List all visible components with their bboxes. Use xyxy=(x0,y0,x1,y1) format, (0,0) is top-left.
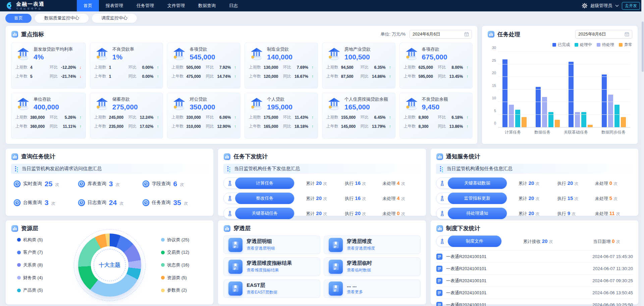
penetration-card-link[interactable]: 查看维度指标结果 xyxy=(247,267,292,273)
penetration-card[interactable]: ... ... 查看更多 xyxy=(324,279,421,298)
go-develop-button[interactable]: 去开发 xyxy=(622,2,640,10)
bookmark-icon xyxy=(331,241,340,249)
total-stat: 累计20次 xyxy=(306,180,345,187)
pill-label[interactable]: 计算任务 xyxy=(235,177,294,189)
nav-item-任务管理[interactable]: 任务管理 xyxy=(130,0,161,11)
gridline xyxy=(498,64,630,64)
policy-file-row[interactable]: 一表通R2024100101 2024-06-06 13:50:45 xyxy=(436,287,633,299)
query-count: 3 xyxy=(45,199,49,207)
penetration-card-link[interactable]: 查看穿透层明细 xyxy=(247,246,275,251)
nav-item-数据查询[interactable]: 数据查询 xyxy=(192,0,222,11)
tab-数据质量监控中心[interactable]: 数据质量监控中心 xyxy=(35,14,89,23)
task-pill[interactable]: 关键基础数据 xyxy=(436,177,507,189)
task-date-picker[interactable]: 2025年8月6日 xyxy=(575,30,632,39)
penetration-card-link[interactable]: 查看EAST层数据 xyxy=(247,290,277,295)
pill-label[interactable]: 监管指标更新 xyxy=(448,193,507,204)
task-pill[interactable]: 监管指标更新 xyxy=(436,193,507,204)
legend-label: 客户类 (7) xyxy=(23,249,43,255)
kpi-prev-row: 上期数4 环比-12.20% ↓ xyxy=(15,64,82,70)
nav-item-首页[interactable]: 首页 xyxy=(77,0,99,11)
penetration-card-link[interactable]: 查看穿透层维度 xyxy=(347,246,375,251)
chevron-down-icon[interactable] xyxy=(615,4,619,7)
donut-legend-状态类[interactable]: 状态类 (16) xyxy=(161,262,207,268)
donut-legend-资源类[interactable]: 资源类 (5) xyxy=(161,275,207,281)
penetration-card[interactable]: 穿透层临时 查看临时数据 xyxy=(324,257,421,276)
legend-item-异常[interactable]: 异常 xyxy=(619,42,632,48)
exec-stat: 执行15次 xyxy=(557,195,595,202)
donut-legend-参数类[interactable]: 参数类 (2) xyxy=(161,287,207,293)
user-menu[interactable]: 超级管理员 xyxy=(590,3,612,9)
y-tick-label: 20 xyxy=(489,71,496,75)
legend-item-已完成[interactable]: 已完成 xyxy=(552,42,570,48)
legend-marker xyxy=(17,289,21,292)
kpi-card: 制造业贷款 140,000 上期数130,000 环比7.69% ↑ 上年数12… xyxy=(245,43,318,89)
pill-label[interactable]: 制度文件 xyxy=(448,236,501,247)
main-menu: 首页报表管理任务管理文件管理数据查询日志 xyxy=(77,0,245,11)
bank-icon xyxy=(404,47,419,61)
x-category-label: 数据任务 xyxy=(534,130,550,135)
page-scrollbar[interactable] xyxy=(641,0,644,306)
policy-file-row[interactable]: 一表通R2024100101 2024-06-07 09:30:25 xyxy=(436,275,633,287)
donut-legend-关系类[interactable]: 关系类 (8) xyxy=(17,262,58,268)
legend-marker xyxy=(575,43,578,47)
trend-arrow-icon: ↑ xyxy=(463,115,468,120)
tab-首页[interactable]: 首页 xyxy=(5,14,32,23)
top-navbar: 金融一表通 可信区管理平台 首页报表管理任务管理文件管理数据查询日志 超级管理员… xyxy=(0,0,644,11)
task-pill[interactable]: 关键基础任务 xyxy=(223,208,294,219)
donut-legend-产品类[interactable]: 产品类 (5) xyxy=(17,287,58,293)
kpi-card: 各项贷款 545,000 上期数505,000 环比7.92% ↑ 上年数475… xyxy=(167,43,240,89)
gear-icon[interactable] xyxy=(582,3,587,8)
kpi-prev-year-row: 上年数360,000 同比11.11% ↑ xyxy=(15,123,82,129)
pill-label[interactable]: 待处理通知 xyxy=(448,208,507,219)
penetration-card[interactable]: 穿透层明细 查看穿透层明细 xyxy=(223,236,320,254)
trend-arrow-icon: ↑ xyxy=(231,124,236,129)
task-pill[interactable]: 整改任务 xyxy=(223,193,294,204)
donut-legend-客户类[interactable]: 客户类 (7) xyxy=(17,249,58,255)
penetration-card[interactable]: 穿透层维度 查看穿透层维度 xyxy=(324,236,421,254)
trend-arrow-icon: ↑ xyxy=(153,74,159,79)
scrollbar-thumb[interactable] xyxy=(642,21,644,72)
legend-item-待处理[interactable]: 待处理 xyxy=(597,42,614,48)
penetration-card[interactable]: EAST层 查看EAST层数据 xyxy=(223,279,320,298)
legend-label: 状态类 (16) xyxy=(167,262,189,268)
kpi-date-picker[interactable]: 2024年6月6日 xyxy=(410,30,472,39)
kpi-prev-year-row: 上年数165,000 同比18.18% ↑ xyxy=(249,123,314,129)
trend-arrow-icon: ↑ xyxy=(308,115,314,120)
pill-label[interactable]: 关键基础数据 xyxy=(448,177,507,189)
calendar-icon[interactable] xyxy=(625,32,629,37)
penetration-layer-panel: 穿透层 穿透层明细 查看穿透层明细 穿透层维度 查看穿透层维度 穿透层维度指标结… xyxy=(218,220,426,305)
donut-legend-交易类[interactable]: 交易类 (12) xyxy=(161,249,207,255)
subtitle-text: 当日监管机构发起的请求访问信息汇总 xyxy=(22,166,102,172)
policy-file-row[interactable]: 一表通R2024100101 2024-06-07 11:30:20 xyxy=(436,263,633,275)
legend-item-处理中[interactable]: 处理中 xyxy=(575,42,592,48)
calendar-icon[interactable] xyxy=(464,32,469,37)
policy-file-row[interactable]: 一表通R2024100101 2024-06-07 15:45:30 xyxy=(436,251,633,263)
pill-label[interactable]: 整改任务 xyxy=(235,193,294,204)
kpi-value: 275,000 xyxy=(112,103,138,111)
tab-调度监控中心[interactable]: 调度监控中心 xyxy=(92,14,137,23)
nav-item-文件管理[interactable]: 文件管理 xyxy=(161,0,192,11)
policy-file-pill[interactable]: 制度文件 xyxy=(436,236,502,247)
bookmark-icon xyxy=(331,284,340,293)
donut-legend-机构类[interactable]: 机构类 (5) xyxy=(17,237,58,243)
nav-item-日志[interactable]: 日志 xyxy=(222,0,245,11)
pill-label[interactable]: 关键基础任务 xyxy=(235,208,294,219)
kpi-card: 新发放贷款平均利率 4% 上期数4 环比-12.20% ↓ 上年数5 同比-21… xyxy=(11,43,86,89)
donut-legend-财务类[interactable]: 财务类 (4) xyxy=(17,275,58,281)
query-unit: 次 xyxy=(180,182,184,188)
policy-file-row[interactable]: 一表通R2024100101 2024-06-06 10:25:50 xyxy=(436,299,633,306)
penetration-card[interactable]: 穿透层维度指标结果 查看维度指标结果 xyxy=(223,257,320,276)
legend-marker xyxy=(161,263,165,267)
kpi-value: 4% xyxy=(34,53,73,61)
task-pill[interactable]: 计算任务 xyxy=(223,177,294,189)
task-pill[interactable]: 待处理通知 xyxy=(436,208,507,219)
kpi-title: 各项存款 xyxy=(422,46,447,52)
donut-legend-协议类[interactable]: 协议类 (25) xyxy=(161,237,207,243)
legend-marker xyxy=(161,276,165,279)
nav-item-报表管理[interactable]: 报表管理 xyxy=(99,0,130,11)
penetration-card-link[interactable]: 查看更多 xyxy=(347,289,363,295)
kpi-value: 1% xyxy=(112,53,134,61)
bar-处理中 xyxy=(614,105,620,128)
kpi-value: 9,450 xyxy=(422,103,448,111)
penetration-card-link[interactable]: 查看临时数据 xyxy=(347,267,372,273)
